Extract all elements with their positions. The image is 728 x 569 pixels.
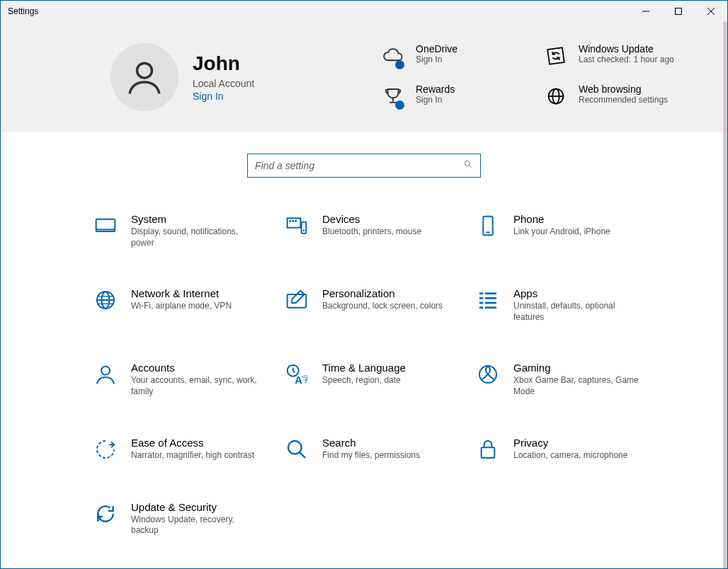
user-icon	[125, 57, 164, 97]
maximize-button[interactable]	[662, 1, 695, 22]
category-title: Phone	[513, 213, 610, 225]
category-subtitle: Your accounts, email, sync, work, family	[131, 375, 263, 397]
category-phone[interactable]: PhoneLink your Android, iPhone	[475, 213, 645, 248]
svg-point-20	[303, 229, 305, 231]
apps-icon	[475, 287, 501, 313]
svg-text:字: 字	[302, 374, 308, 384]
scrollbar[interactable]	[723, 22, 727, 568]
settings-window: Settings John Local Account Sign In	[0, 0, 728, 569]
search-row	[1, 132, 727, 213]
minimize-button[interactable]	[630, 1, 662, 22]
rewards-icon	[380, 84, 406, 109]
category-subtitle: Xbox Game Bar, captures, Game Mode	[513, 375, 645, 397]
category-apps[interactable]: AppsUninstall, defaults, optional featur…	[475, 287, 645, 323]
privacy-icon	[475, 437, 501, 462]
search-input[interactable]	[255, 160, 463, 171]
svg-rect-16	[289, 220, 291, 222]
category-title: Devices	[322, 213, 421, 225]
category-gaming[interactable]: GamingXbox Game Bar, captures, Game Mode	[475, 362, 645, 397]
phone-icon	[475, 213, 501, 238]
status-sub: Recommended settings	[579, 95, 668, 105]
category-network[interactable]: Network & InternetWi-Fi, airplane mode, …	[93, 287, 263, 323]
category-accounts[interactable]: AccountsYour accounts, email, sync, work…	[93, 362, 263, 397]
category-system[interactable]: SystemDisplay, sound, notifications, pow…	[93, 213, 263, 248]
personalization-icon	[284, 287, 309, 313]
cloud-icon	[380, 43, 406, 69]
user-block[interactable]: John Local Account Sign In	[110, 43, 254, 111]
svg-line-43	[300, 452, 305, 458]
user-signin-link[interactable]: Sign In	[193, 91, 254, 102]
status-title: Windows Update	[579, 43, 674, 54]
update-security-icon	[93, 501, 118, 527]
status-grid: OneDriveSign In Windows UpdateLast check…	[380, 43, 685, 111]
category-devices[interactable]: DevicesBluetooth, printers, mouse	[284, 213, 454, 248]
update-icon	[543, 43, 569, 69]
category-time-language[interactable]: A字Time & LanguageSpeech, region, date	[284, 362, 454, 397]
status-windows-update[interactable]: Windows UpdateLast checked: 1 hour ago	[543, 43, 685, 71]
status-title: Rewards	[416, 84, 455, 95]
category-search[interactable]: SearchFind my files, permissions	[284, 437, 454, 462]
category-subtitle: Windows Update, recovery, backup	[131, 515, 263, 536]
svg-rect-15	[288, 218, 301, 227]
category-subtitle: Display, sound, notifications, power	[131, 226, 263, 248]
network-icon	[93, 287, 118, 313]
user-account-type: Local Account	[193, 78, 254, 89]
category-title: Time & Language	[322, 362, 406, 374]
avatar	[110, 43, 178, 111]
categories-panel: SystemDisplay, sound, notifications, pow…	[1, 213, 727, 568]
svg-rect-44	[482, 447, 495, 458]
category-title: Accounts	[131, 362, 263, 374]
svg-point-37	[101, 367, 110, 375]
category-subtitle: Wi-Fi, airplane mode, VPN	[131, 301, 232, 312]
system-icon	[93, 213, 118, 238]
status-onedrive[interactable]: OneDriveSign In	[380, 43, 522, 71]
category-subtitle: Bluetooth, printers, mouse	[322, 226, 421, 238]
svg-point-42	[288, 441, 302, 454]
svg-rect-19	[302, 222, 307, 234]
globe-icon	[543, 84, 569, 109]
category-title: Personalization	[322, 287, 443, 299]
devices-icon	[284, 213, 309, 238]
category-title: Update & Security	[131, 501, 263, 513]
category-title: Gaming	[513, 362, 645, 374]
category-title: Search	[322, 437, 420, 449]
svg-rect-17	[292, 220, 294, 222]
accounts-icon	[93, 362, 118, 387]
status-sub: Sign In	[416, 54, 457, 64]
status-sub: Sign In	[416, 95, 455, 105]
category-privacy[interactable]: PrivacyLocation, camera, microphone	[475, 437, 645, 462]
header-panel: John Local Account Sign In OneDriveSign …	[1, 22, 727, 132]
status-title: Web browsing	[579, 84, 668, 95]
svg-point-4	[137, 63, 152, 78]
category-subtitle: Uninstall, defaults, optional features	[513, 301, 645, 323]
status-rewards[interactable]: RewardsSign In	[380, 84, 522, 111]
gaming-icon	[475, 362, 501, 387]
category-title: Ease of Access	[131, 437, 254, 449]
category-update-security[interactable]: Update & SecurityWindows Update, recover…	[93, 501, 263, 536]
window-controls	[630, 1, 727, 22]
search-icon	[463, 159, 473, 172]
category-title: Privacy	[513, 437, 627, 449]
search-box[interactable]	[247, 154, 481, 178]
status-web-browsing[interactable]: Web browsingRecommended settings	[543, 84, 685, 111]
user-name: John	[193, 52, 254, 75]
svg-rect-18	[295, 220, 297, 222]
category-subtitle: Narrator, magnifier, high contrast	[131, 450, 254, 461]
category-personalization[interactable]: PersonalizationBackground, lock screen, …	[284, 287, 454, 323]
status-sub: Last checked: 1 hour ago	[579, 54, 674, 64]
category-subtitle: Speech, region, date	[322, 375, 406, 386]
category-subtitle: Find my files, permissions	[322, 450, 420, 461]
category-title: System	[131, 213, 263, 225]
svg-line-12	[470, 166, 472, 168]
ease-of-access-icon	[93, 437, 118, 462]
window-title: Settings	[8, 6, 38, 16]
svg-point-11	[465, 161, 470, 166]
category-subtitle: Background, lock screen, colors	[322, 301, 443, 312]
close-button[interactable]	[695, 1, 727, 22]
search-icon	[284, 437, 309, 462]
category-subtitle: Location, camera, microphone	[513, 450, 627, 461]
category-title: Network & Internet	[131, 287, 232, 299]
svg-rect-5	[547, 47, 564, 64]
title-bar: Settings	[1, 1, 727, 22]
category-ease-of-access[interactable]: Ease of AccessNarrator, magnifier, high …	[93, 437, 263, 462]
